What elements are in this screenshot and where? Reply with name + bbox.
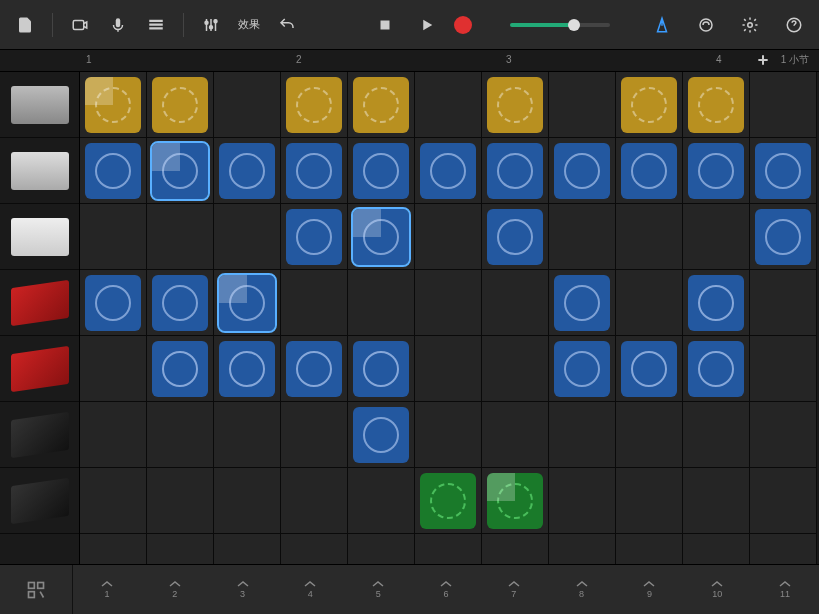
grid-cell[interactable] [616,138,683,204]
grid-cell[interactable] [147,204,214,270]
grid-cell[interactable] [616,204,683,270]
record-button[interactable] [454,16,472,34]
grid-cell[interactable] [750,468,817,534]
grid-cell[interactable] [683,138,750,204]
grid-cell[interactable] [147,468,214,534]
mixer-button[interactable] [196,10,226,40]
tracks-view-button[interactable] [141,10,171,40]
grid-cell[interactable] [616,72,683,138]
help-button[interactable] [779,10,809,40]
grid-cell[interactable] [348,270,415,336]
loop-cell[interactable] [286,341,342,397]
grid-cell[interactable] [214,402,281,468]
grid-cell[interactable] [415,204,482,270]
grid-cell[interactable] [214,270,281,336]
loop-cell[interactable] [688,275,744,331]
grid-cell[interactable] [549,336,616,402]
grid-cell[interactable] [348,402,415,468]
grid-cell[interactable] [482,402,549,468]
grid-cell[interactable] [683,72,750,138]
loop-cell[interactable] [688,341,744,397]
loop-cell[interactable] [420,473,476,529]
grid-cell[interactable] [482,534,549,564]
loop-cell[interactable] [219,275,275,331]
grid-cell[interactable] [214,336,281,402]
column-trigger-1[interactable]: 1 [73,565,141,614]
loop-cell[interactable] [152,275,208,331]
column-trigger-4[interactable]: 4 [276,565,344,614]
grid-cell[interactable] [683,204,750,270]
loop-cell[interactable] [688,77,744,133]
grid-cell[interactable] [482,468,549,534]
column-trigger-10[interactable]: 10 [683,565,751,614]
grid-cell[interactable] [482,204,549,270]
loop-cell[interactable] [554,275,610,331]
loop-cell[interactable] [286,77,342,133]
grid-cell[interactable] [482,72,549,138]
camera-button[interactable] [65,10,95,40]
grid-cell[interactable] [281,534,348,564]
loop-cell[interactable] [353,407,409,463]
loop-cell[interactable] [85,77,141,133]
grid-cell[interactable] [348,72,415,138]
grid-cell[interactable] [214,468,281,534]
grid-cell[interactable] [415,336,482,402]
grid-cell[interactable] [549,402,616,468]
grid-cell[interactable] [147,534,214,564]
loop-cell[interactable] [621,143,677,199]
grid-cell[interactable] [281,468,348,534]
loop-cell[interactable] [152,77,208,133]
grid-cell[interactable] [750,402,817,468]
track-header-keys-red-1[interactable] [0,270,79,336]
grid-cell[interactable] [549,72,616,138]
grid-cell[interactable] [415,468,482,534]
grid-cell[interactable] [549,204,616,270]
column-trigger-7[interactable]: 7 [480,565,548,614]
column-trigger-5[interactable]: 5 [344,565,412,614]
grid-cell[interactable] [80,336,147,402]
loop-cell[interactable] [487,77,543,133]
ruler[interactable]: 1 2 3 4 1 小节 [0,50,819,72]
grid-cell[interactable] [549,138,616,204]
fx-label[interactable]: 效果 [234,17,264,32]
file-button[interactable] [10,10,40,40]
grid-cell[interactable] [683,270,750,336]
grid-cell[interactable] [348,138,415,204]
grid-cell[interactable] [415,270,482,336]
column-trigger-3[interactable]: 3 [209,565,277,614]
loop-cell[interactable] [487,143,543,199]
undo-button[interactable] [272,10,302,40]
column-trigger-8[interactable]: 8 [548,565,616,614]
loop-cell[interactable] [152,341,208,397]
grid-cell[interactable] [348,336,415,402]
column-trigger-6[interactable]: 6 [412,565,480,614]
loop-cell[interactable] [85,143,141,199]
loop-cell[interactable] [353,209,409,265]
stop-button[interactable] [370,10,400,40]
grid-cell[interactable] [348,468,415,534]
track-header-drums-2[interactable] [0,138,79,204]
loop-cell[interactable] [487,473,543,529]
grid-cell[interactable] [616,336,683,402]
column-trigger-11[interactable]: 11 [751,565,819,614]
mic-button[interactable] [103,10,133,40]
grid-cell[interactable] [281,138,348,204]
grid-cell[interactable] [415,402,482,468]
grid-cell[interactable] [750,270,817,336]
metronome-button[interactable] [647,10,677,40]
grid-cell[interactable] [281,72,348,138]
grid-cell[interactable] [348,534,415,564]
grid-cell[interactable] [348,204,415,270]
loop-cell[interactable] [621,77,677,133]
grid-cell[interactable] [281,204,348,270]
loop-cell[interactable] [353,143,409,199]
grid-cell[interactable] [80,534,147,564]
grid-cell[interactable] [750,138,817,204]
zoom-label[interactable]: 1 小节 [781,53,809,67]
grid-edit-button[interactable] [0,565,73,614]
grid-cell[interactable] [415,534,482,564]
grid-cell[interactable] [80,72,147,138]
loop-cell[interactable] [353,77,409,133]
grid-cell[interactable] [80,138,147,204]
track-header-keys-red-2[interactable] [0,336,79,402]
